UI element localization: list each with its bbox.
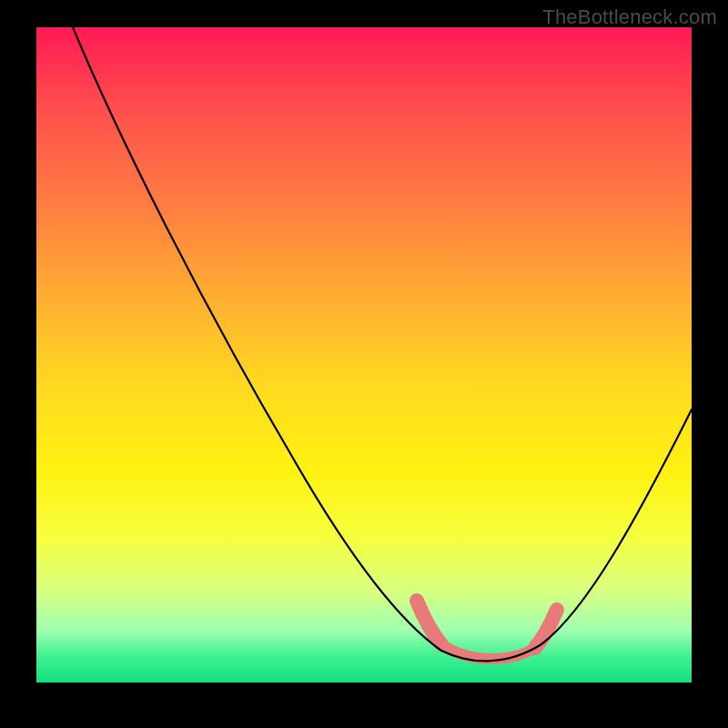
chart-svg [36,27,692,682]
bottleneck-curve-line [73,27,692,661]
chart-plot-area [36,27,692,682]
good-range-highlight-left [417,601,441,644]
watermark-text: TheBottleneck.com [542,5,717,29]
good-range-highlight-right [535,610,557,648]
